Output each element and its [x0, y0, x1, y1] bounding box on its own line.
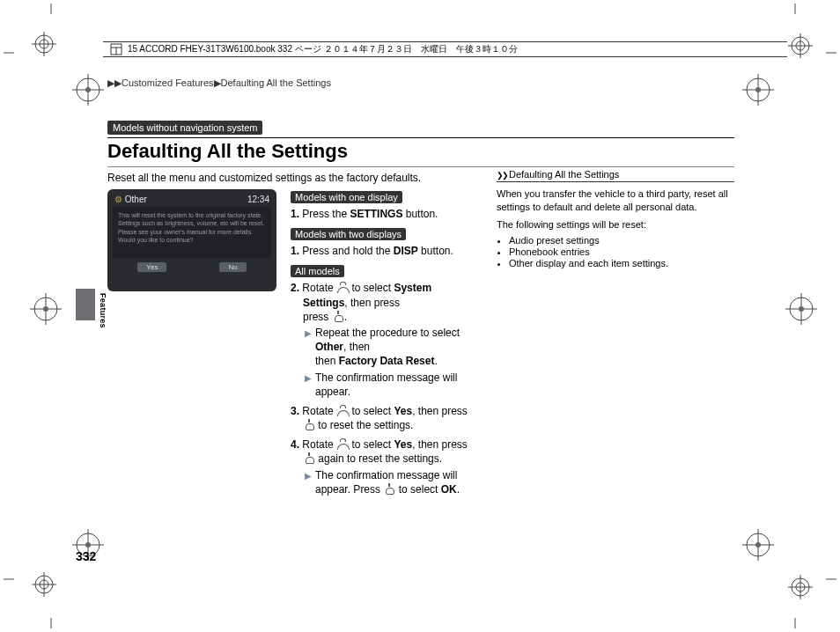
step-2-sub2: The confirmation message will appear.: [303, 371, 477, 399]
breadcrumb-part1: Customized Features: [122, 77, 214, 88]
breadcrumb-arrow-icon: ▶: [214, 77, 221, 88]
press-button-icon: [384, 486, 394, 495]
title-rule-top: [107, 137, 734, 138]
tag-all-models: All models: [291, 265, 344, 277]
right-info-header: ❯❯Defaulting All the Settings: [497, 169, 734, 182]
right-info-column: ❯❯Defaulting All the Settings When you t…: [497, 169, 734, 269]
screenshot-clock: 12:34: [247, 195, 269, 204]
tag-two-displays: Models with two displays: [291, 228, 406, 240]
double-chevron-icon: ❯❯: [497, 171, 507, 180]
screenshot-no-button: No: [219, 262, 246, 272]
step-1a: 1. Press the SETTINGS button.: [291, 207, 477, 221]
tag-one-display: Models with one display: [291, 191, 402, 203]
screenshot-tab: Other: [125, 195, 147, 204]
rotate-knob-icon: [337, 441, 348, 450]
breadcrumb: ▶▶Customized Features▶Defaulting All the…: [107, 77, 734, 89]
step-4-sub: The confirmation message will appear. Pr…: [303, 468, 477, 496]
title-rule-bottom: [107, 166, 734, 167]
steps-column: Models with one display 1. Press the SET…: [291, 189, 477, 502]
breadcrumb-part2: Defaulting All the Settings: [221, 77, 331, 88]
device-screenshot: ⚙ Other 12:34 This will reset the system…: [107, 189, 276, 291]
page-number: 332: [76, 549, 96, 563]
screenshot-message: This will reset the system to the origin…: [113, 206, 271, 259]
step-1b: 1. Press and hold the DISP button.: [291, 244, 477, 258]
step-4: 4. Rotate to select Yes, then press agai…: [291, 437, 477, 496]
step-3: 3. Rotate to select Yes, then press to r…: [291, 404, 477, 432]
list-item: Audio preset settings: [509, 235, 734, 246]
page-frame: ▶▶Customized Features▶Defaulting All the…: [76, 35, 763, 594]
list-item: Other display and each item settings.: [509, 258, 734, 268]
press-button-icon: [304, 455, 314, 464]
list-item: Phonebook entries: [509, 246, 734, 257]
step-2-sub1: Repeat the procedure to select Other, th…: [303, 326, 477, 369]
section-tag: Models without navigation system: [107, 121, 262, 135]
breadcrumb-arrow-icon: ▶▶: [107, 77, 122, 88]
page-title: Defaulting All the Settings: [107, 140, 734, 163]
press-button-icon: [304, 422, 314, 430]
right-paragraph-2: The following settings will be reset:: [497, 218, 734, 231]
right-reset-list: Audio preset settings Phonebook entries …: [497, 235, 734, 268]
rotate-knob-icon: [337, 284, 348, 293]
right-paragraph-1: When you transfer the vehicle to a third…: [497, 187, 734, 215]
rotate-knob-icon: [337, 408, 348, 416]
step-2: 2. Rotate to select System Settings, the…: [291, 281, 477, 399]
screenshot-yes-button: Yes: [137, 262, 166, 272]
intro-text: Reset all the menu and customized settin…: [107, 172, 477, 184]
press-button-icon: [333, 313, 343, 322]
